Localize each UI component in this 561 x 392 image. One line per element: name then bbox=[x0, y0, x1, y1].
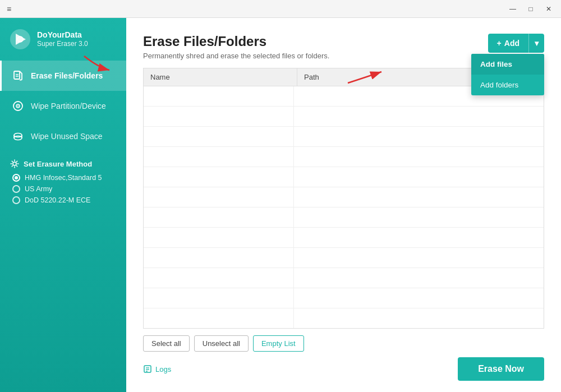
sidebar-item-wipe-partition-label: Wipe Partition/Device bbox=[31, 102, 106, 110]
svg-point-2 bbox=[17, 36, 23, 42]
file-icon bbox=[12, 70, 24, 82]
erasure-section: Set Erasure Method HMG Infosec,Standard … bbox=[0, 151, 126, 213]
logs-label: Logs bbox=[155, 365, 171, 373]
add-files-item[interactable]: Add files bbox=[471, 54, 544, 75]
svg-point-10 bbox=[14, 133, 22, 137]
radio-dod bbox=[12, 196, 20, 204]
svg-rect-3 bbox=[14, 71, 20, 79]
sidebar-item-wipe-unused-label: Wipe Unused Space bbox=[31, 132, 103, 141]
add-folders-item[interactable]: Add folders bbox=[471, 75, 544, 95]
erasure-army-label: US Army bbox=[25, 185, 52, 193]
sidebar-nav: Erase Files/Folders Wipe Partition/Devic… bbox=[0, 61, 126, 392]
empty-list-button[interactable]: Empty List bbox=[253, 335, 304, 352]
plus-icon: + bbox=[497, 39, 502, 48]
app-version: Super Eraser 3.0 bbox=[37, 40, 88, 49]
sidebar: DoYourData Super Eraser 3.0 Erase Files/… bbox=[0, 18, 126, 392]
logo-text: DoYourData Super Eraser 3.0 bbox=[37, 30, 88, 49]
table-row bbox=[144, 107, 544, 127]
table-row bbox=[144, 147, 544, 167]
radio-army bbox=[12, 185, 20, 193]
app-logo-icon bbox=[9, 28, 31, 50]
app-body: DoYourData Super Eraser 3.0 Erase Files/… bbox=[0, 18, 561, 392]
window-controls: — □ ✕ bbox=[505, 3, 557, 15]
erasure-option-hmg[interactable]: HMG Infosec,Standard 5 bbox=[12, 174, 116, 182]
bottom-controls: Select all Unselect all Empty List bbox=[143, 335, 544, 352]
table-row bbox=[144, 308, 544, 328]
table-row bbox=[144, 268, 544, 288]
add-button-label: Add bbox=[504, 39, 519, 48]
footer-row: Logs Erase Now bbox=[143, 357, 544, 381]
erasure-option-army[interactable]: US Army bbox=[12, 185, 116, 193]
menu-icon[interactable]: ≡ bbox=[4, 4, 11, 13]
table-body bbox=[144, 86, 544, 328]
unselect-all-button[interactable]: Unselect all bbox=[194, 335, 249, 352]
table-row bbox=[144, 127, 544, 147]
radio-hmg bbox=[12, 174, 20, 182]
add-button-main: + Add bbox=[488, 34, 528, 53]
erasure-options: HMG Infosec,Standard 5 US Army DoD 5220.… bbox=[10, 174, 116, 204]
sidebar-item-wipe-partition[interactable]: Wipe Partition/Device bbox=[0, 91, 126, 121]
page-subtitle: Permanently shred and erase the selected… bbox=[143, 52, 329, 60]
page-title-area: Erase Files/Folders Permanently shred an… bbox=[143, 34, 329, 60]
erasure-dod-label: DoD 5220.22-M ECE bbox=[25, 196, 90, 204]
logs-icon bbox=[143, 365, 152, 373]
sidebar-item-erase-files[interactable]: Erase Files/Folders bbox=[0, 61, 126, 91]
table-row bbox=[144, 207, 544, 228]
minimize-button[interactable]: — bbox=[505, 3, 521, 15]
disc2-icon bbox=[12, 130, 24, 142]
app-name: DoYourData bbox=[37, 30, 88, 40]
bottom-left-buttons: Select all Unselect all Empty List bbox=[143, 335, 304, 352]
add-dropdown-menu: Add files Add folders bbox=[471, 54, 544, 95]
disc-icon bbox=[12, 100, 24, 112]
table-row bbox=[144, 288, 544, 308]
table-row bbox=[144, 187, 544, 207]
add-button-wrapper: + Add ▾ Add files Add folders bbox=[488, 34, 544, 53]
svg-point-8 bbox=[17, 105, 19, 107]
erasure-hmg-label: HMG Infosec,Standard 5 bbox=[25, 174, 102, 182]
select-all-button[interactable]: Select all bbox=[143, 335, 190, 352]
col-name: Name bbox=[144, 68, 297, 86]
table-row bbox=[144, 228, 544, 248]
main-content: Erase Files/Folders Permanently shred an… bbox=[126, 18, 561, 392]
erasure-option-dod[interactable]: DoD 5220.22-M ECE bbox=[12, 196, 116, 204]
sidebar-item-wipe-unused[interactable]: Wipe Unused Space bbox=[0, 121, 126, 151]
title-bar: ≡ — □ ✕ bbox=[0, 0, 561, 18]
add-button-arrow[interactable]: ▾ bbox=[528, 34, 544, 53]
erase-now-button[interactable]: Erase Now bbox=[458, 357, 544, 381]
page-title: Erase Files/Folders bbox=[143, 34, 329, 49]
sidebar-logo: DoYourData Super Eraser 3.0 bbox=[0, 18, 126, 61]
close-button[interactable]: ✕ bbox=[541, 3, 557, 15]
maximize-button[interactable]: □ bbox=[523, 3, 539, 15]
sidebar-item-erase-files-label: Erase Files/Folders bbox=[31, 71, 103, 80]
table-row bbox=[144, 248, 544, 268]
erasure-title-label: Set Erasure Method bbox=[24, 160, 92, 168]
file-table: Name Path bbox=[143, 68, 544, 329]
table-row bbox=[144, 167, 544, 187]
gear-icon bbox=[10, 159, 19, 168]
svg-point-11 bbox=[13, 162, 16, 165]
erasure-title: Set Erasure Method bbox=[10, 159, 116, 168]
logs-link[interactable]: Logs bbox=[143, 365, 171, 373]
page-header: Erase Files/Folders Permanently shred an… bbox=[143, 34, 544, 60]
add-button[interactable]: + Add ▾ bbox=[488, 34, 544, 53]
